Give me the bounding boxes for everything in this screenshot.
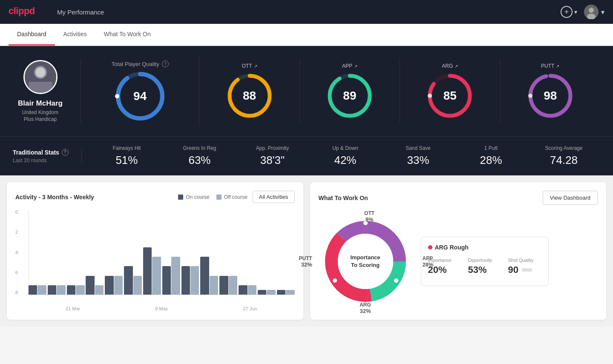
bar-group-11 [239, 285, 256, 295]
bar-offcourse-11 [248, 285, 256, 295]
stat-fairways-value: 51% [90, 154, 163, 167]
all-activities-button[interactable]: All Activities [253, 191, 295, 203]
svg-point-26 [338, 234, 393, 289]
putt-value: 98 [544, 89, 557, 103]
bar-oncourse-1 [48, 285, 56, 295]
bar-group-2 [67, 285, 85, 295]
bar-oncourse-8 [181, 266, 190, 295]
bar-offcourse-10 [229, 276, 237, 295]
legend-oncourse: On course [178, 194, 209, 200]
trad-title: Traditional Stats ? [13, 149, 69, 156]
y-label-8: 8 [15, 290, 18, 295]
bar-oncourse-4 [105, 276, 113, 295]
bar-oncourse-6 [143, 247, 152, 295]
hero-scores: Total Player Quality ? 94 OTT ↗ [81, 56, 600, 126]
info-card-dot-icon [428, 245, 432, 249]
trad-help-icon[interactable]: ? [62, 149, 69, 156]
stat-updown: Up & Down 42% [309, 145, 382, 167]
svg-point-7 [35, 68, 45, 77]
info-card-title: ARG Rough [428, 244, 541, 251]
player-handicap: Plus Handicap [24, 116, 57, 122]
stat-1putt-value: 28% [455, 154, 527, 167]
bar-offcourse-4 [114, 276, 123, 295]
activity-card-header: Activity - 3 Months - Weekly On course O… [15, 191, 295, 203]
svg-point-28 [394, 278, 398, 283]
info-card: ARG Rough Importance 20% Opportunity 53%… [421, 237, 549, 286]
metric-opportunity-label: Opportunity [468, 258, 501, 263]
arg-label: ARG ↗ [442, 63, 458, 69]
trad-stats-row: Fairways Hit 51% Greens In Reg 63% App. … [82, 145, 600, 167]
putt-label: PUTT ↗ [541, 63, 559, 69]
stat-greens-value: 63% [163, 154, 236, 167]
bar-offcourse-12 [267, 290, 275, 295]
stat-updown-label: Up & Down [309, 145, 382, 151]
activity-card: Activity - 3 Months - Weekly On course O… [7, 182, 303, 320]
bar-oncourse-10 [219, 276, 228, 295]
bar-offcourse-6 [152, 257, 161, 295]
stat-scoring-value: 74.28 [527, 154, 600, 167]
stat-proximity-label: App. Proximity [236, 145, 309, 151]
legend-offcourse-label: Off course [224, 194, 248, 200]
bottom-content: Activity - 3 Months - Weekly On course O… [0, 175, 613, 327]
bar-group-3 [86, 276, 104, 295]
bar-offcourse-5 [133, 276, 142, 295]
tpq-help-icon[interactable]: ? [162, 60, 169, 67]
bar-offcourse-0 [37, 285, 46, 295]
donut-wrapper: Importance To Scoring OTT 8% APP 28% ARG… [319, 215, 412, 308]
app-arrow-icon: ↗ [354, 64, 357, 69]
metric-shotquality: Shot Quality 90 [508, 258, 541, 275]
stat-sandsave: Sand Save 33% [382, 145, 455, 167]
stat-proximity: App. Proximity 38'3" [236, 145, 309, 167]
metric-opportunity-value: 53% [468, 264, 501, 275]
x-label-mar: 21 Mar [66, 306, 80, 311]
header-title: My Performance [57, 9, 104, 16]
user-menu[interactable]: ▾ [584, 5, 604, 19]
chart-bars [28, 210, 295, 295]
hero-profile: Blair McHarg United Kingdom Plus Handica… [13, 60, 81, 122]
stat-sandsave-value: 33% [382, 154, 455, 167]
mini-bar-icon [522, 268, 532, 272]
tab-activities[interactable]: Activities [55, 24, 95, 46]
y-label-0: 0 [15, 210, 18, 215]
tab-dashboard[interactable]: Dashboard [9, 24, 55, 46]
player-country: United Kingdom [22, 109, 58, 115]
stat-scoring: Scoring Average 74.28 [527, 145, 600, 167]
tab-what-to-work-on[interactable]: What To Work On [95, 24, 159, 46]
bar-offcourse-3 [95, 285, 104, 295]
add-button[interactable]: + ▾ [561, 6, 577, 18]
header: clippd My Performance + ▾ ▾ [0, 0, 613, 24]
wtwo-title: What To Work On [319, 195, 368, 201]
view-dashboard-button[interactable]: View Dashboard [543, 191, 598, 205]
donut-label-app: APP 28% [422, 255, 433, 268]
header-right: + ▾ ▾ [561, 5, 604, 19]
bar-oncourse-3 [86, 276, 94, 295]
stat-1putt-label: 1 Putt [455, 145, 527, 151]
bar-offcourse-13 [286, 290, 294, 295]
legend-offcourse-color [216, 195, 222, 200]
x-label-jun: 27 Jun [243, 306, 257, 311]
donut-svg [319, 215, 412, 308]
bar-group-13 [277, 290, 295, 295]
stat-scoring-label: Scoring Average [527, 145, 600, 151]
donut-label-putt: PUTT 32% [299, 255, 312, 268]
app-circle: 89 [326, 72, 373, 119]
stat-updown-value: 42% [309, 154, 382, 167]
svg-point-11 [115, 94, 119, 98]
ott-label: OTT ↗ [242, 63, 257, 69]
info-metrics: Importance 20% Opportunity 53% Shot Qual… [428, 258, 541, 275]
stat-greens: Greens In Reg 63% [163, 145, 236, 167]
x-labels: 21 Mar 9 May 27 Jun [15, 306, 295, 311]
bar-oncourse-11 [239, 285, 247, 295]
bar-group-0 [29, 285, 46, 295]
bar-group-4 [105, 276, 123, 295]
player-name: Blair McHarg [18, 99, 63, 108]
activity-legend: On course Off course [178, 194, 248, 200]
legend-offcourse: Off course [216, 194, 248, 200]
add-circle-icon: + [561, 6, 573, 18]
wtwo-body: Importance To Scoring OTT 8% APP 28% ARG… [319, 212, 598, 311]
y-label-4: 4 [15, 250, 18, 255]
metric-shotquality-value: 90 [508, 264, 518, 275]
add-chevron: ▾ [574, 9, 577, 15]
putt-circle: 98 [527, 72, 574, 119]
svg-text:clippd: clippd [9, 6, 35, 16]
